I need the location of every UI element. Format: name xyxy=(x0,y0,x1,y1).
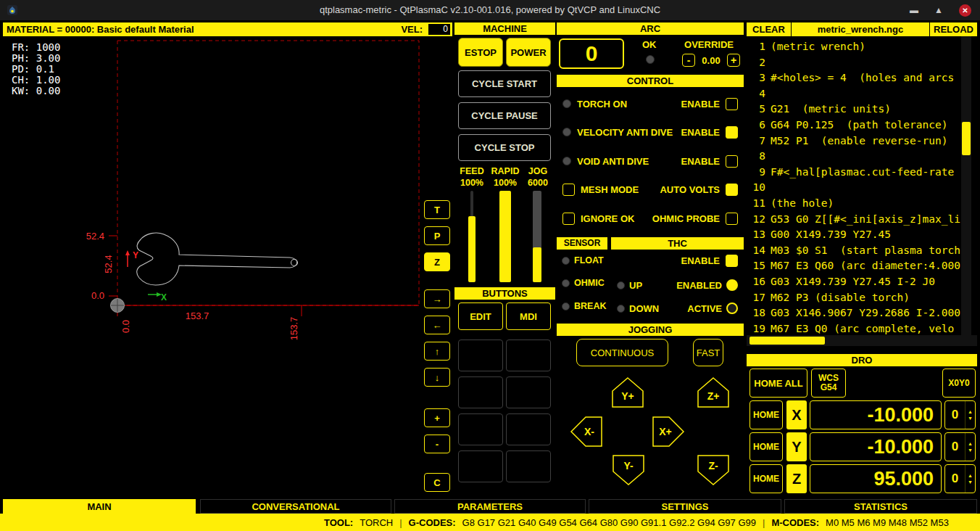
pan-up-button[interactable]: ↑ xyxy=(424,342,450,361)
rapid-slider-handle[interactable] xyxy=(499,191,511,282)
ohmic-probe-checkbox[interactable] xyxy=(726,213,738,225)
power-button[interactable]: POWER xyxy=(506,38,551,67)
home-y-button[interactable]: HOME xyxy=(749,432,783,461)
user-button-empty xyxy=(506,450,551,482)
feed-slider-handle[interactable] xyxy=(468,216,476,282)
torch-enable-checkbox[interactable] xyxy=(726,98,738,110)
thc-enabled-indicator xyxy=(726,279,738,291)
velocity-anti-dive-label: VELOCITY ANTI DIVE xyxy=(577,127,673,138)
pan-down-button[interactable]: ↓ xyxy=(424,368,450,387)
thc-enable-checkbox[interactable] xyxy=(726,255,738,267)
view-z-button[interactable]: Z xyxy=(424,252,450,271)
spinner-down-icon[interactable]: ▼ xyxy=(968,448,973,453)
override-label: OVERRIDE xyxy=(678,39,740,50)
tab-main[interactable]: MAIN xyxy=(3,499,196,514)
spinner-down-icon[interactable]: ▼ xyxy=(968,479,973,485)
ignore-ok-checkbox[interactable] xyxy=(562,213,575,225)
gcode-horizontal-scrollbar-thumb[interactable] xyxy=(749,337,825,345)
tab-statistics[interactable]: STATISTICS xyxy=(784,499,977,514)
ohmic-probe-label: OHMIC PROBE xyxy=(652,213,720,224)
cycle-stop-button[interactable]: CYCLE STOP xyxy=(458,134,551,161)
jog-slider-handle[interactable] xyxy=(533,247,541,282)
svg-text:X-: X- xyxy=(584,426,594,437)
spinner-up-icon[interactable]: ▲ xyxy=(968,441,973,446)
zoom-in-button[interactable]: + xyxy=(424,408,450,427)
statusbar: TOOL: TORCH | G-CODES: G8 G17 G21 G40 G4… xyxy=(0,514,980,531)
gcode-line: 4 xyxy=(747,86,977,102)
dro-panel-header: DRO xyxy=(747,354,977,366)
reload-button[interactable]: RELOAD xyxy=(929,22,977,36)
gcode-line: 9F#<_hal[plasmac.cut-feed-rate xyxy=(747,165,977,181)
clear-view-button[interactable]: C xyxy=(424,473,450,492)
jog-z-plus-button[interactable]: Z+ xyxy=(697,376,730,408)
maximize-icon[interactable]: ▲ xyxy=(934,6,943,15)
gcode-line: 2 xyxy=(747,55,977,71)
spinner-up-icon[interactable]: ▲ xyxy=(968,409,973,414)
close-icon[interactable]: ✕ xyxy=(959,4,971,17)
tab-parameters[interactable]: PARAMETERS xyxy=(394,499,586,514)
gcode-vertical-scrollbar[interactable] xyxy=(961,36,971,335)
mesh-mode-checkbox[interactable] xyxy=(562,184,575,196)
tab-conversational[interactable]: CONVERSATIONAL xyxy=(200,499,391,514)
void-anti-dive-checkbox[interactable] xyxy=(726,155,738,168)
estop-button[interactable]: ESTOP xyxy=(458,38,503,67)
auto-volts-checkbox[interactable] xyxy=(726,184,738,196)
zoom-out-button[interactable]: - xyxy=(424,435,450,453)
spinner-down-icon[interactable]: ▼ xyxy=(968,416,973,421)
pan-left-button[interactable]: ← xyxy=(424,316,450,334)
jog-fast-button[interactable]: FAST xyxy=(693,339,723,366)
override-plus-button[interactable]: + xyxy=(727,54,740,67)
clear-button[interactable]: CLEAR xyxy=(747,22,792,36)
jog-slider[interactable] xyxy=(529,191,545,282)
override-minus-button[interactable]: - xyxy=(682,54,695,67)
user-button-empty xyxy=(506,413,551,445)
z-offset-value: 0 xyxy=(945,472,965,486)
edit-button[interactable]: EDIT xyxy=(458,302,503,330)
pan-right-button[interactable]: → xyxy=(424,289,450,308)
jog-y-minus-button[interactable]: Y- xyxy=(612,454,645,486)
z-offset-spinner[interactable]: 0 ▲▼ xyxy=(944,464,976,493)
rapid-value: 100% xyxy=(489,178,522,188)
jog-z-minus-button[interactable]: Z- xyxy=(697,454,730,486)
cycle-start-button[interactable]: CYCLE START xyxy=(458,70,551,97)
dim-zero-x-label: 0.0 xyxy=(120,320,131,333)
home-x-button[interactable]: HOME xyxy=(749,400,783,429)
home-z-button[interactable]: HOME xyxy=(749,464,783,493)
material-label: MATERIAL = 00000: Basic default Material xyxy=(7,24,194,35)
view-perspective-button[interactable]: P xyxy=(424,226,450,245)
x0y0-button[interactable]: X0Y0 xyxy=(942,369,976,398)
preview-canvas[interactable]: 52.4 52.4 0.0 0.0 153.7 153.7 Y X xyxy=(3,36,422,499)
gcode-horizontal-scrollbar[interactable] xyxy=(747,335,977,346)
y-offset-spinner[interactable]: 0 ▲▼ xyxy=(944,432,976,461)
dim-height-label: 52.4 xyxy=(86,231,104,242)
velocity-anti-dive-checkbox[interactable] xyxy=(726,126,738,139)
x-offset-spinner[interactable]: 0 ▲▼ xyxy=(944,400,976,429)
minimize-icon[interactable]: ▬ xyxy=(910,6,918,15)
y-axis-label: Y xyxy=(133,250,138,260)
gcode-line: 15M67 E3 Q60 (arc diameter:4.000 xyxy=(747,258,977,274)
home-all-button[interactable]: HOME ALL xyxy=(749,369,807,398)
gcode-viewer[interactable]: 1(metric wrench) 2 3#<holes> = 4 (holes … xyxy=(747,36,977,335)
material-selector[interactable]: MATERIAL = 00000: Basic default Material… xyxy=(3,22,452,36)
spinner-up-icon[interactable]: ▲ xyxy=(968,473,973,478)
dro-y-value: -10.000 xyxy=(810,432,942,461)
mcodes-label: M-CODES: xyxy=(771,517,819,528)
wcs-button[interactable]: WCS G54 xyxy=(811,369,846,398)
rapid-slider[interactable] xyxy=(497,191,513,282)
feed-slider[interactable] xyxy=(464,191,480,282)
buttons-panel-header: BUTTONS xyxy=(454,287,555,300)
user-button-empty xyxy=(458,413,503,445)
gcode-preview[interactable]: FR: 1000 PH: 3.00 PD: 0.1 CH: 1.00 KW: 0… xyxy=(3,36,422,499)
tab-settings[interactable]: SETTINGS xyxy=(589,499,781,514)
jog-y-plus-button[interactable]: Y+ xyxy=(611,376,644,408)
mdi-button[interactable]: MDI xyxy=(506,302,551,330)
jog-continuous-button[interactable]: CONTINUOUS xyxy=(576,339,668,366)
gcode-vertical-scrollbar-thumb[interactable] xyxy=(962,122,971,155)
view-top-button[interactable]: T xyxy=(424,200,450,219)
user-button-empty xyxy=(458,376,503,408)
gcode-line: 19M67 E3 Q0 (arc complete, velo xyxy=(747,321,977,335)
jog-x-plus-button[interactable]: X+ xyxy=(652,416,685,448)
cycle-pause-button[interactable]: CYCLE PAUSE xyxy=(458,102,551,129)
void-anti-dive-led xyxy=(562,157,571,165)
jog-x-minus-button[interactable]: X- xyxy=(570,416,603,448)
